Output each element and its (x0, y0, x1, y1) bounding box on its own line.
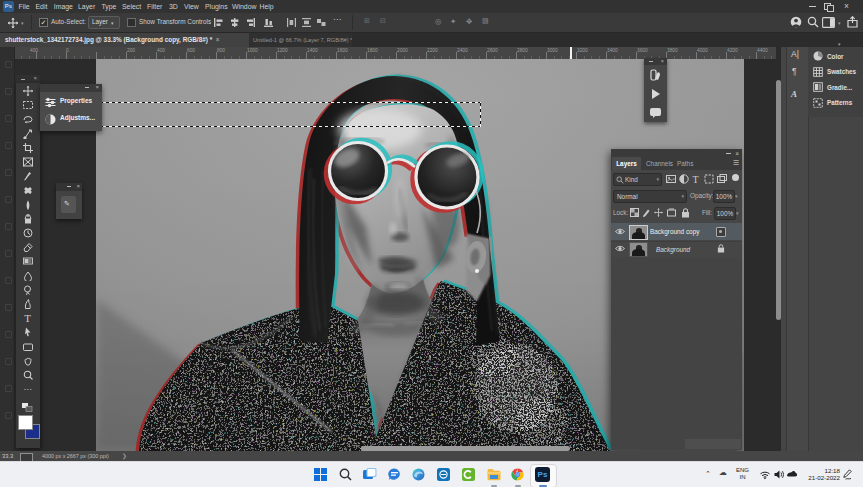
svg-text:T: T (693, 174, 699, 184)
svg-text:⋯: ⋯ (24, 385, 32, 394)
svg-text:T: T (24, 313, 31, 323)
